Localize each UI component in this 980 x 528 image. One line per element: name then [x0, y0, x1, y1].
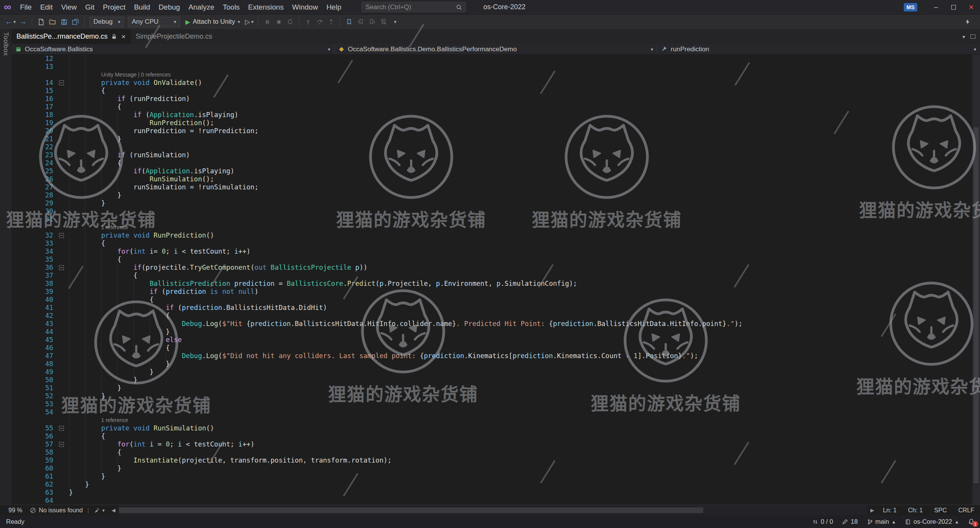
line-number[interactable]: 34 [11, 248, 53, 256]
line-number[interactable]: 57 [11, 440, 53, 448]
line-number[interactable]: 24 [11, 159, 53, 167]
save-button[interactable] [59, 16, 69, 28]
code-line[interactable]: 17 { [11, 103, 972, 111]
code-line[interactable]: 47 Debug.Log($"Did not hit any colliders… [11, 352, 972, 360]
menu-item-project[interactable]: Project [99, 0, 130, 14]
type-dropdown[interactable]: OccaSoftware.Ballistics.Demo.BallisticsP… [335, 44, 658, 54]
code-line[interactable]: 52 } [11, 392, 972, 400]
code-line[interactable]: 43 Debug.Log($"Hit {prediction.Ballistic… [11, 320, 972, 328]
code-rows[interactable]: 1213Unity Message | 0 references14− priv… [11, 55, 972, 505]
fold-toggle-icon[interactable]: − [59, 265, 64, 270]
line-number[interactable]: 41 [11, 304, 53, 312]
line-number[interactable]: 56 [11, 432, 53, 440]
menu-item-debug[interactable]: Debug [154, 0, 184, 14]
line-number[interactable]: 50 [11, 376, 53, 384]
repository-button[interactable]: os-Core-2022 ▲ [905, 518, 959, 525]
code-line[interactable]: 33 { [11, 240, 972, 248]
code-line[interactable]: 20 runPrediction = !runPrediction; [11, 127, 972, 135]
line-number[interactable]: 30 [11, 207, 53, 215]
code-line[interactable]: 30 [11, 207, 972, 215]
notifications-button[interactable]: 1 [968, 518, 975, 525]
hscroll-right-arrow[interactable]: ▶ [867, 507, 877, 513]
toolbox-side-tab[interactable]: Toolbox [0, 29, 11, 505]
code-line[interactable]: 24 { [11, 159, 972, 167]
code-line[interactable]: 64 [11, 497, 972, 505]
line-number[interactable]: 49 [11, 368, 53, 376]
attach-to-unity-button[interactable]: ▶ Attach to Unity ▾ [182, 16, 243, 28]
project-dropdown[interactable]: C# OccaSoftware.Ballistics ▾ [11, 44, 335, 54]
horizontal-scrollbar-thumb[interactable] [119, 507, 703, 513]
code-line[interactable]: 53 [11, 400, 972, 408]
code-line[interactable]: 29 } [11, 199, 972, 207]
step-out-button[interactable] [326, 16, 336, 28]
line-number[interactable]: 64 [11, 497, 53, 505]
float-window-icon[interactable] [970, 34, 975, 39]
codelens-row[interactable]: 1 reference [11, 223, 972, 231]
pending-edits-button[interactable]: 18 [842, 518, 858, 525]
code-line[interactable]: 34 for(int i= 0; i < testCount; i++) [11, 248, 972, 256]
code-line[interactable]: 22 [11, 143, 972, 151]
code-line[interactable]: 13 [11, 63, 972, 71]
spaces-indicator[interactable]: SPC [928, 507, 952, 514]
code-line[interactable]: 46 { [11, 344, 972, 352]
line-number[interactable]: 26 [11, 175, 53, 183]
zoom-level-dropdown[interactable]: 99 % [5, 507, 26, 514]
maximize-button[interactable] [945, 0, 962, 14]
previous-bookmark-button[interactable] [355, 16, 366, 28]
code-cleanup-button[interactable]: ▾ [90, 507, 108, 513]
line-number[interactable]: 33 [11, 240, 53, 248]
menu-item-view[interactable]: View [57, 0, 81, 14]
line-number[interactable]: 42 [11, 312, 53, 320]
code-line[interactable]: 27 runSimulation = !runSimulation; [11, 183, 972, 191]
line-number[interactable]: 21 [11, 135, 53, 143]
line-number[interactable]: 54 [11, 408, 53, 416]
menu-item-extensions[interactable]: Extensions [244, 0, 288, 14]
menu-item-window[interactable]: Window [288, 0, 322, 14]
line-number[interactable]: 16 [11, 95, 53, 103]
fold-toggle-icon[interactable]: − [59, 442, 64, 447]
line-number[interactable]: 28 [11, 191, 53, 199]
line-number[interactable]: 45 [11, 336, 53, 344]
navigate-back-button[interactable]: ←▾ [4, 16, 17, 28]
line-number[interactable]: 46 [11, 344, 53, 352]
line-number[interactable]: 15 [11, 87, 53, 95]
tab-close-icon[interactable]: × [121, 33, 126, 41]
fold-toggle-icon[interactable]: − [59, 80, 64, 85]
vertical-scrollbar[interactable] [972, 55, 980, 505]
line-number[interactable]: 60 [11, 464, 53, 473]
line-number[interactable]: 14 [11, 79, 53, 87]
step-over-button[interactable] [314, 16, 325, 28]
line-number[interactable]: 48 [11, 360, 53, 368]
code-line[interactable]: 49 } [11, 368, 972, 376]
configuration-dropdown[interactable]: Debug▾ [90, 17, 124, 27]
code-line[interactable]: 19 RunPrediction(); [11, 119, 972, 127]
code-line[interactable]: 62 } [11, 481, 972, 489]
code-line[interactable]: 60 } [11, 464, 972, 473]
start-without-debugging-button[interactable]: ▷▾ [244, 16, 255, 28]
line-number[interactable]: 20 [11, 127, 53, 135]
line-number[interactable]: 17 [11, 103, 53, 111]
line-number[interactable]: 18 [11, 111, 53, 119]
line-number[interactable]: 36 [11, 264, 53, 272]
step-into-button[interactable] [303, 16, 314, 28]
code-line[interactable]: 25 if(Application.isPlaying) [11, 167, 972, 175]
menu-item-build[interactable]: Build [130, 0, 154, 14]
code-line[interactable]: 16 if (runPrediction) [11, 95, 972, 103]
line-number[interactable]: 38 [11, 280, 53, 288]
code-line[interactable]: 54 [11, 408, 972, 416]
toggle-bookmark-button[interactable] [344, 16, 354, 28]
code-line[interactable]: 26 RunSimulation(); [11, 175, 972, 183]
save-all-button[interactable] [70, 16, 81, 28]
code-line[interactable]: 31 [11, 215, 972, 223]
document-health-indicator[interactable]: No issues found [26, 507, 87, 514]
close-button[interactable]: × [962, 0, 980, 14]
code-line[interactable]: 57− for(int i = 0; i < testCount; i++) [11, 440, 972, 448]
code-line[interactable]: 40 { [11, 296, 972, 304]
line-number[interactable]: 22 [11, 143, 53, 151]
menu-item-git[interactable]: Git [81, 0, 98, 14]
code-line[interactable]: 42 { [11, 312, 972, 320]
code-line[interactable]: 28 } [11, 191, 972, 199]
code-line[interactable]: 12 [11, 55, 972, 63]
minimize-button[interactable]: – [927, 0, 945, 14]
line-number[interactable]: 59 [11, 456, 53, 464]
